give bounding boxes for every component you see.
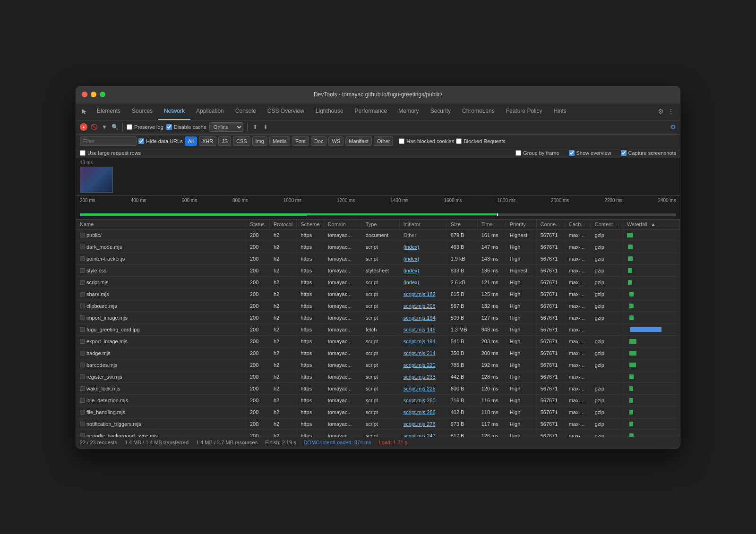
preserve-log-checkbox[interactable]: Preserve log [127, 124, 163, 130]
cell-initiator[interactable]: script.mjs:194 [399, 335, 447, 347]
cell-initiator[interactable]: (index) [399, 253, 447, 264]
table-row[interactable]: fugu_greeting_card.jpg200h2httpstomayac.… [76, 323, 680, 335]
devtools-settings-icon[interactable]: ⚙ [670, 123, 676, 131]
filter-ws-button[interactable]: WS [328, 136, 344, 146]
tab-application[interactable]: Application [190, 103, 230, 120]
cell-initiator[interactable]: (index) [399, 264, 447, 276]
table-row[interactable]: notification_triggers.mjs200h2httpstomay… [76, 418, 680, 430]
capture-screenshots-input[interactable] [621, 150, 627, 156]
cell-initiator[interactable]: script.mjs:226 [399, 382, 447, 394]
filter-xhr-button[interactable]: XHR [199, 136, 216, 146]
filter-media-button[interactable]: Media [269, 136, 290, 146]
table-row[interactable]: barcodes.mjs200h2httpstomayac...scriptsc… [76, 359, 680, 371]
filter-js-button[interactable]: JS [218, 136, 231, 146]
filter-icon[interactable]: ▼ [101, 123, 108, 131]
table-row[interactable]: style.css200h2httpstomayac...stylesheet(… [76, 264, 680, 276]
table-row[interactable]: dark_mode.mjs200h2httpstomayac...script(… [76, 241, 680, 253]
more-options-icon[interactable]: ⋮ [668, 108, 674, 115]
cell-initiator[interactable]: script.mjs:247 [399, 430, 447, 437]
cell-initiator[interactable]: (index) [399, 241, 447, 253]
cell-initiator[interactable]: script.mjs:194 [399, 312, 447, 323]
group-by-frame-checkbox[interactable]: Group by frame [515, 150, 559, 156]
cell-initiator[interactable]: script.mjs:278 [399, 418, 447, 430]
filter-all-button[interactable]: All [185, 136, 197, 146]
filter-other-button[interactable]: Other [374, 136, 394, 146]
tab-performance[interactable]: Performance [349, 103, 393, 120]
capture-screenshots-checkbox[interactable]: Capture screenshots [621, 150, 677, 156]
cell-initiator[interactable]: script.mjs:182 [399, 288, 447, 300]
filter-input[interactable] [80, 136, 137, 146]
table-row[interactable]: register_sw.mjs200h2httpstomayac...scrip… [76, 371, 680, 382]
blocked-requests-input[interactable] [456, 138, 462, 144]
col-header-content[interactable]: Content-... [591, 220, 623, 229]
cell-initiator[interactable]: script.mjs:233 [399, 371, 447, 382]
col-header-time[interactable]: Time [477, 220, 506, 229]
tab-sources[interactable]: Sources [126, 103, 158, 120]
minimize-button[interactable] [91, 92, 96, 97]
tab-css-overview[interactable]: CSS Overview [262, 103, 310, 120]
tab-console[interactable]: Console [230, 103, 262, 120]
table-row[interactable]: import_image.mjs200h2httpstomayac...scri… [76, 312, 680, 323]
col-header-name[interactable]: Name [76, 220, 246, 229]
search-button[interactable]: 🔍 [111, 123, 119, 131]
throttle-select[interactable]: Online Fast 3G Slow 3G Offline [209, 122, 243, 132]
show-overview-checkbox[interactable]: Show overview [569, 150, 611, 156]
tab-feature-policy[interactable]: Feature Policy [500, 103, 548, 120]
col-header-status[interactable]: Status [246, 220, 269, 229]
group-by-frame-input[interactable] [515, 150, 521, 156]
cell-initiator[interactable]: script.mjs:214 [399, 347, 447, 359]
col-header-type[interactable]: Type [361, 220, 399, 229]
has-blocked-cookies-checkbox[interactable]: Has blocked cookies [399, 138, 454, 144]
cell-initiator[interactable]: script.mjs:146 [399, 323, 447, 335]
filter-doc-button[interactable]: Doc [311, 136, 327, 146]
filter-font-button[interactable]: Font [292, 136, 309, 146]
table-row[interactable]: pointer-tracker.js200h2httpstomayac...sc… [76, 253, 680, 264]
screenshot-thumbnail[interactable] [80, 167, 113, 193]
settings-icon[interactable]: ⚙ [658, 108, 664, 115]
disable-cache-checkbox[interactable]: Disable cache [166, 124, 206, 130]
filter-css-button[interactable]: CSS [233, 136, 250, 146]
table-row[interactable]: periodic_background_sync.mjs200h2httpsto… [76, 430, 680, 437]
clear-button[interactable]: 🚫 [90, 123, 98, 131]
has-blocked-cookies-input[interactable] [399, 138, 404, 144]
export-button[interactable]: ⬇ [262, 123, 269, 131]
large-rows-input[interactable] [80, 150, 86, 156]
col-header-waterfall[interactable]: Waterfall ▲ [623, 220, 680, 229]
tab-network[interactable]: Network [158, 103, 190, 120]
blocked-requests-checkbox[interactable]: Blocked Requests [456, 138, 506, 144]
hide-data-urls-checkbox[interactable]: Hide data URLs [138, 138, 183, 144]
table-row[interactable]: script.mjs200h2httpstomayac...script(ind… [76, 276, 680, 288]
tab-elements[interactable]: Elements [91, 103, 126, 120]
preserve-log-input[interactable] [127, 124, 132, 130]
large-rows-checkbox[interactable]: Use large request rows [80, 150, 141, 156]
tab-security[interactable]: Security [425, 103, 456, 120]
network-table-container[interactable]: Name Status Protocol Scheme Domain Type … [76, 220, 680, 437]
table-row[interactable]: badge.mjs200h2httpstomayac...scriptscrip… [76, 347, 680, 359]
import-button[interactable]: ⬆ [251, 123, 259, 131]
disable-cache-input[interactable] [166, 124, 172, 130]
tab-hints[interactable]: Hints [548, 103, 572, 120]
tab-memory[interactable]: Memory [393, 103, 424, 120]
filter-manifest-button[interactable]: Manifest [345, 136, 372, 146]
record-button[interactable]: ● [80, 123, 87, 131]
cell-initiator[interactable]: script.mjs:208 [399, 300, 447, 312]
table-row[interactable]: share.mjs200h2httpstomayac...scriptscrip… [76, 288, 680, 300]
col-header-domain[interactable]: Domain [324, 220, 361, 229]
table-row[interactable]: idle_detection.mjs200h2httpstomayac...sc… [76, 394, 680, 406]
col-header-initiator[interactable]: Initiator [399, 220, 447, 229]
table-row[interactable]: public/200h2httpstomayac...documentOther… [76, 229, 680, 241]
table-row[interactable]: file_handling.mjs200h2httpstomayac...scr… [76, 406, 680, 418]
table-row[interactable]: clipboard.mjs200h2httpstomayac...scripts… [76, 300, 680, 312]
cell-initiator[interactable]: (index) [399, 276, 447, 288]
table-row[interactable]: export_image.mjs200h2httpstomayac...scri… [76, 335, 680, 347]
col-header-conn[interactable]: Conne... [536, 220, 565, 229]
hide-data-urls-input[interactable] [138, 138, 144, 144]
col-header-cache[interactable]: Cach... [565, 220, 591, 229]
table-row[interactable]: wake_lock.mjs200h2httpstomayac...scripts… [76, 382, 680, 394]
cell-initiator[interactable]: script.mjs:260 [399, 394, 447, 406]
close-button[interactable] [82, 92, 87, 97]
maximize-button[interactable] [100, 92, 105, 97]
col-header-priority[interactable]: Priority [506, 220, 536, 229]
cell-initiator[interactable]: script.mjs:220 [399, 359, 447, 371]
col-header-protocol[interactable]: Protocol [269, 220, 296, 229]
